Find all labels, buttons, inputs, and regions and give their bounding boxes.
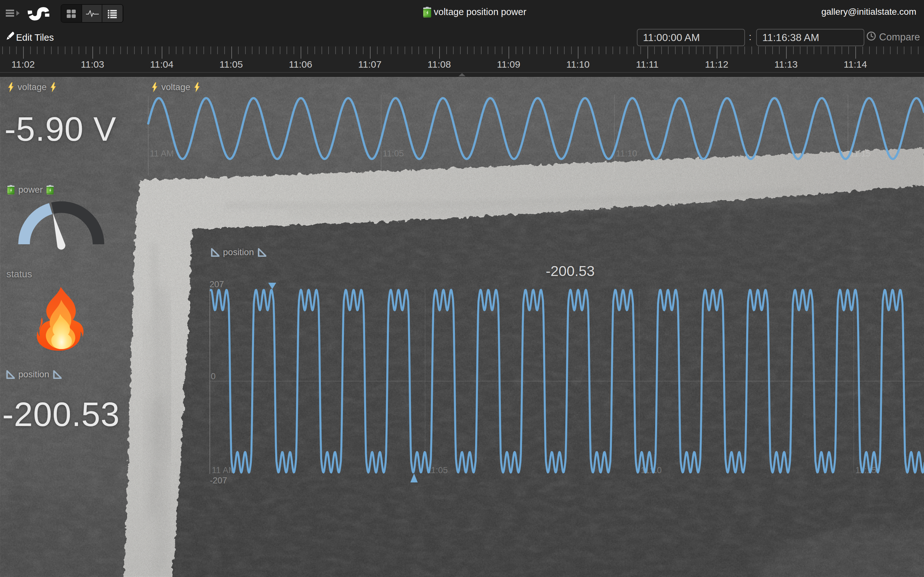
svg-text:11:15: 11:15 (855, 466, 877, 475)
svg-text:11 AM: 11 AM (150, 149, 174, 158)
svg-text:11:15: 11:15 (850, 149, 871, 158)
svg-text:-207: -207 (210, 476, 227, 485)
svg-text:11:10: 11:10 (616, 149, 637, 158)
svg-text:0: 0 (211, 372, 216, 381)
svg-text:11:05: 11:05 (383, 149, 404, 158)
svg-text:207: 207 (210, 279, 224, 289)
